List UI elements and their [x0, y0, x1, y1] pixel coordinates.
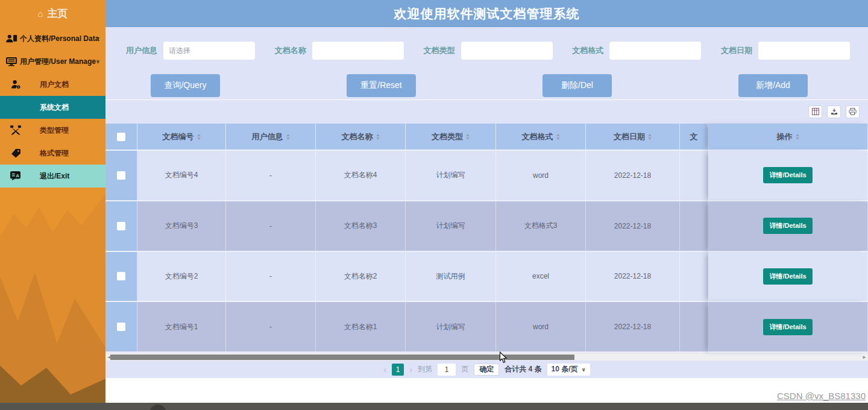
- reset-button[interactable]: 重置/Reset: [347, 74, 416, 97]
- column-header-doc-type[interactable]: 文档类型: [406, 124, 496, 151]
- doc-date-input[interactable]: [758, 42, 850, 60]
- action-bar: 查询/Query 重置/Reset 删除/Del 新增/Add: [105, 74, 868, 99]
- column-header-doc-name[interactable]: 文档名称: [316, 124, 406, 151]
- sidebar-item-label: 用户文档: [40, 80, 69, 90]
- cell-clipped: [680, 302, 708, 353]
- cell-doc-format: word: [496, 151, 586, 201]
- doc-format-input[interactable]: [609, 42, 701, 60]
- filter-label: 用户信息: [126, 45, 157, 56]
- sidebar-item-label: 系统文档: [40, 102, 69, 113]
- filter-label: 文档日期: [721, 45, 752, 56]
- cell-doc-name: 文档名称3: [316, 201, 406, 252]
- sidebar-item-exit[interactable]: A 退出/Exit: [0, 165, 105, 188]
- prev-page-icon[interactable]: ‹: [383, 365, 386, 374]
- next-page-icon[interactable]: ›: [409, 365, 412, 374]
- watermark-text: CSDN @vx_BS81330: [777, 391, 866, 401]
- sidebar: ⌂ 主页 个人资料/Personal Data ∨ 用户管理/User Mana…: [0, 0, 105, 410]
- pagination-bar: ‹ 1 › 到第 页 确定 合计共 4 条 10 条/页 ∨: [105, 361, 868, 378]
- doc-name-input[interactable]: [312, 42, 404, 60]
- details-button[interactable]: 详情/Details: [763, 167, 812, 183]
- sidebar-item-user-manage[interactable]: 用户管理/User Manage ∨: [0, 50, 105, 73]
- svg-text:A: A: [16, 173, 19, 178]
- table-row: 文档编号1 - 文档名称1 计划编写 word 2022-12-18 详情/De…: [105, 302, 868, 353]
- query-button[interactable]: 查询/Query: [151, 74, 220, 97]
- sidebar-item-type-manage[interactable]: 类型管理: [0, 119, 105, 142]
- sort-icon[interactable]: [556, 134, 560, 140]
- cell-clipped: [680, 252, 708, 303]
- table-row: 文档编号2 - 文档名称2 测试用例 excel 2022-12-18 详情/D…: [105, 252, 868, 303]
- sort-icon[interactable]: [796, 134, 799, 140]
- cell-doc-name: 文档名称2: [316, 252, 406, 303]
- doc-type-input[interactable]: [461, 42, 553, 60]
- scroll-right-icon[interactable]: ►: [862, 355, 867, 360]
- cell-user-info: -: [226, 302, 316, 353]
- column-header-doc-date[interactable]: 文档日期: [586, 124, 680, 151]
- select-caret-icon: ∨: [582, 367, 586, 373]
- cell-doc-type: 计划编写: [406, 201, 496, 252]
- add-button[interactable]: 新增/Add: [738, 74, 808, 97]
- cell-doc-id: 文档编号1: [137, 302, 226, 353]
- cell-user-info: -: [226, 151, 316, 201]
- sort-icon[interactable]: [648, 134, 652, 140]
- sort-icon[interactable]: [197, 134, 201, 140]
- page-size-select[interactable]: 10 条/页 ∨: [547, 364, 590, 376]
- export-icon: [831, 107, 838, 118]
- row-checkbox[interactable]: [117, 323, 125, 331]
- sidebar-item-format-manage[interactable]: 格式管理: [0, 142, 105, 165]
- print-button[interactable]: [846, 106, 860, 118]
- sidebar-item-label: 退出/Exit: [40, 171, 69, 181]
- details-button[interactable]: 详情/Details: [763, 268, 812, 285]
- table-row: 文档编号4 - 文档名称4 计划编写 word 2022-12-18 详情/De…: [105, 151, 868, 201]
- documents-table: 文档编号 用户信息 文档名称 文档类型 文档格式 文档日期 文 操作 文档编号4…: [105, 124, 868, 353]
- scrollbar-thumb[interactable]: [110, 355, 574, 360]
- cell-actions: 详情/Details: [708, 201, 868, 252]
- row-checkbox[interactable]: [117, 171, 125, 180]
- sidebar-artwork: [0, 188, 105, 410]
- sidebar-item-system-docs[interactable]: 系统文档: [0, 96, 105, 119]
- delete-button[interactable]: 删除/Del: [542, 74, 612, 97]
- user-info-input[interactable]: [163, 42, 255, 60]
- goto-page-input[interactable]: [438, 364, 456, 376]
- filter-doc-name: 文档名称: [275, 42, 404, 60]
- row-checkbox[interactable]: [117, 222, 125, 230]
- filter-doc-type: 文档类型: [424, 42, 553, 60]
- cell-doc-format: word: [496, 302, 586, 353]
- select-all-cell: [105, 124, 137, 151]
- row-checkbox[interactable]: [117, 272, 125, 280]
- select-all-checkbox[interactable]: [117, 133, 125, 141]
- column-header-doc-id[interactable]: 文档编号: [137, 124, 226, 151]
- page-number-button[interactable]: 1: [392, 364, 404, 376]
- column-header-actions[interactable]: 操作: [708, 124, 868, 151]
- sort-icon[interactable]: [466, 134, 470, 140]
- sidebar-item-user-docs[interactable]: 用户文档: [0, 73, 105, 96]
- column-header-doc-format[interactable]: 文档格式: [496, 124, 586, 151]
- sidebar-item-label: 格式管理: [40, 148, 69, 159]
- cell-doc-type: 计划编写: [406, 151, 496, 201]
- sort-icon[interactable]: [376, 134, 380, 140]
- home-label: 主页: [48, 7, 68, 20]
- details-button[interactable]: 详情/Details: [763, 218, 812, 234]
- column-header-clipped[interactable]: 文: [680, 124, 708, 151]
- filter-doc-date: 文档日期: [721, 42, 850, 60]
- cell-doc-id: 文档编号2: [137, 252, 226, 303]
- export-button[interactable]: [827, 106, 841, 118]
- sort-icon[interactable]: [286, 134, 290, 140]
- cell-doc-date: 2022-12-18: [586, 302, 680, 353]
- sidebar-item-personal-data[interactable]: 个人资料/Personal Data ∨: [0, 27, 105, 50]
- sidebar-item-home[interactable]: ⌂ 主页: [0, 0, 105, 27]
- bottom-knob: [149, 405, 166, 410]
- confirm-button[interactable]: 确定: [474, 364, 499, 376]
- filter-doc-format: 文档格式: [572, 42, 701, 60]
- cell-doc-format: 文档格式3: [496, 201, 586, 252]
- filter-label: 文档类型: [424, 45, 455, 56]
- columns-button[interactable]: [808, 106, 822, 118]
- filter-label: 文档格式: [572, 45, 603, 56]
- table-header-row: 文档编号 用户信息 文档名称 文档类型 文档格式 文档日期 文 操作: [105, 124, 868, 151]
- horizontal-scrollbar[interactable]: ◄ ►: [105, 353, 868, 361]
- sidebar-item-label: 用户管理/User Manage: [20, 57, 96, 67]
- cell-actions: 详情/Details: [708, 302, 868, 353]
- details-button[interactable]: 详情/Details: [763, 319, 812, 335]
- filter-user-info: 用户信息: [126, 42, 255, 60]
- column-header-user-info[interactable]: 用户信息: [226, 124, 316, 151]
- table-body: 文档编号4 - 文档名称4 计划编写 word 2022-12-18 详情/De…: [105, 151, 868, 353]
